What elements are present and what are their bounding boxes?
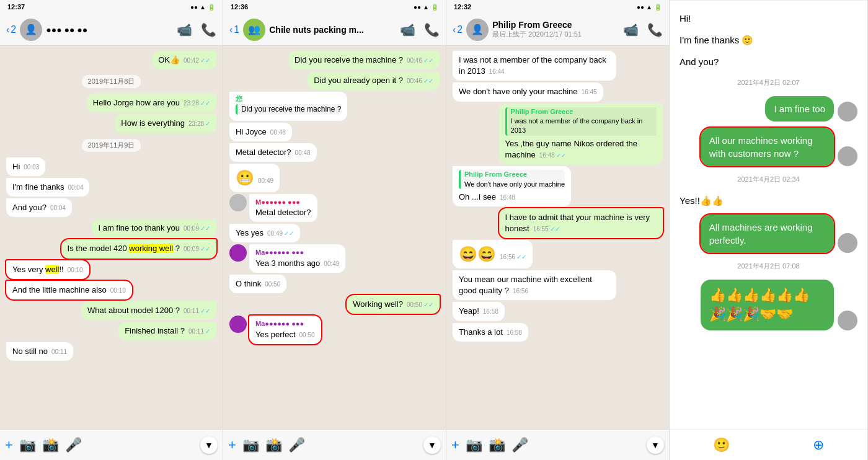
message-bubble: Finished install ?00:11✓ <box>118 322 216 340</box>
message-row: O think00:50 <box>229 275 440 293</box>
video-icon-2[interactable]: 📹 <box>400 22 415 37</box>
mic-button-3[interactable]: 🎤 <box>512 437 528 453</box>
message-check: ✓✓ <box>200 100 210 107</box>
video-icon-3[interactable]: 📹 <box>623 22 639 37</box>
header-actions-3: 📹 📞 <box>623 22 663 37</box>
message-time: 00:50 <box>407 301 422 308</box>
message-time: 16:45 <box>582 89 597 95</box>
message-row: Ma●●●●●● ●●●Yes perfect00:50 <box>229 316 440 344</box>
message-row: All our machines working with customers … <box>680 128 857 166</box>
header-info-2: Chile nuts packing m... <box>269 25 396 35</box>
add-button-1[interactable]: + <box>5 437 13 453</box>
call-icon-1[interactable]: 📞 <box>201 22 216 37</box>
message-bubble: Did you already open it ?00:46✓✓ <box>308 71 440 90</box>
date-divider: 2019年11月8日 <box>82 75 141 88</box>
avatar-small <box>838 233 857 253</box>
date-divider: 2021年4月2日 07:08 <box>680 262 857 271</box>
message-text: Oh ...I see <box>459 192 496 201</box>
message-time: 00:04 <box>68 184 83 191</box>
message-text: 😄😄 <box>459 245 496 262</box>
message-time: 00:46 <box>407 57 422 64</box>
message-bubble: And you? <box>680 54 719 69</box>
avatar-1: 👤 <box>20 19 42 41</box>
scroll-down-1[interactable]: ▼ <box>200 436 218 454</box>
photo-button-3[interactable]: 📸 <box>489 437 505 453</box>
photo-button-2[interactable]: 📸 <box>265 437 282 453</box>
message-row: All machines are working perfectly. <box>680 215 857 253</box>
quoted-text: We don't have only your machine <box>464 180 565 189</box>
message-bubble: Yes!!👍👍 <box>680 193 724 208</box>
message-text: Metal detector? <box>236 148 291 157</box>
message-time: 00:42 <box>184 57 199 64</box>
message-row: I'm fine thanks00:04 <box>6 178 216 197</box>
message-time: 00:04 <box>50 205 66 211</box>
back-button-3[interactable]: ‹ 2 <box>453 24 463 35</box>
message-row: Ma●●●●●● ●●●Yea 3 months ago00:49 <box>229 244 440 273</box>
message-row: 您Did you receive the machine ? <box>229 92 440 120</box>
message-row: Working well?00:50✓✓ <box>229 295 440 314</box>
message-bubble: All our machines working with customers … <box>701 128 834 166</box>
call-icon-2[interactable]: 📞 <box>424 22 440 37</box>
message-time: 16:58 <box>483 308 498 315</box>
message-time: 00:11 <box>184 307 199 314</box>
message-text: Yes perfect <box>255 330 296 339</box>
message-row: M●●●●●● ●●●Metal detector? <box>229 194 440 223</box>
message-bubble: Working well?00:50✓✓ <box>347 295 440 314</box>
call-icon-3[interactable]: 📞 <box>647 22 663 37</box>
back-button-2[interactable]: ‹ 1 <box>229 24 239 35</box>
message-bubble: No still no00:11 <box>6 342 73 361</box>
message-text: Yea 3 months ago <box>255 259 320 268</box>
message-time: 16:56 <box>513 288 528 294</box>
quoted-message: Philip From GreeceI was not a member of … <box>505 107 657 136</box>
chat-bottom-1: + 📷 📸 🎤 ▼ <box>0 429 223 460</box>
message-text: 😬 <box>236 169 254 186</box>
message-check: ✓✓ <box>423 57 433 64</box>
camera-button-2[interactable]: 📷 <box>242 437 259 453</box>
message-row: I was not a member of the company back i… <box>453 51 663 81</box>
message-bubble: Philip From GreeceWe don't have only you… <box>453 166 571 206</box>
mic-button-1[interactable]: 🎤 <box>65 437 82 453</box>
add-button-4[interactable]: ⊕ <box>813 437 824 453</box>
add-button-3[interactable]: + <box>451 437 459 453</box>
message-check: ✓✓ <box>556 152 566 159</box>
quoted-message: Philip From GreeceWe don't have only you… <box>459 170 565 189</box>
time-1: 12:37 <box>7 3 25 11</box>
back-button-1[interactable]: ‹ 2 <box>6 24 16 35</box>
message-text: Metal detector? <box>255 208 311 217</box>
video-icon-1[interactable]: 📹 <box>177 22 192 37</box>
message-bubble: Ma●●●●●● ●●●Yea 3 months ago00:49 <box>249 244 345 273</box>
mic-button-2[interactable]: 🎤 <box>288 437 305 453</box>
time-3: 12:32 <box>454 3 471 11</box>
photo-button-1[interactable]: 📸 <box>42 437 59 453</box>
message-row: No still no00:11 <box>6 342 216 361</box>
message-check: ✓ <box>205 328 210 335</box>
message-text: Hi Joyce <box>236 127 267 136</box>
message-row: Yes yes00:49✓✓ <box>229 224 440 242</box>
avatar-small <box>838 311 857 330</box>
message-check: ✓✓ <box>516 254 526 260</box>
message-time: 16:48 <box>500 194 515 201</box>
message-bubble: We don't have only your machine16:45 <box>453 82 603 101</box>
emoji-button-4[interactable]: 🙂 <box>713 437 730 453</box>
scroll-down-3[interactable]: ▼ <box>647 436 664 454</box>
header-info-1: ●●● ●● ●● <box>46 25 173 35</box>
scroll-down-2[interactable]: ▼ <box>423 436 441 454</box>
chat-body-3: I was not a member of the company back i… <box>446 46 669 429</box>
add-button-2[interactable]: + <box>228 437 236 453</box>
message-bubble: 您Did you receive the machine ? <box>229 92 347 120</box>
message-time: 16:48 <box>539 152 555 159</box>
message-time: 00:48 <box>270 129 286 136</box>
avatar-small <box>838 102 857 122</box>
message-bubble: Hi00:03 <box>6 157 45 176</box>
camera-button-3[interactable]: 📷 <box>466 437 482 453</box>
message-bubble: Hello Jorge how are you23:28✓✓ <box>87 94 216 112</box>
chat-header-2: ‹ 1 👥 Chile nuts packing m... 📹 📞 <box>223 14 446 46</box>
chat-body-4: Hi!I'm fine thanks 🙂And you?2021年4月2日 02… <box>670 1 867 429</box>
camera-button-1[interactable]: 📷 <box>19 437 36 453</box>
message-text: I was not a member of the company back i… <box>459 55 606 76</box>
sender-name: M●●●●●● ●●● <box>255 198 311 207</box>
message-bubble: Philip From GreeceI was not a member of … <box>499 104 663 165</box>
chat-panel-1: 12:37 ●● ▲ 🔋 ‹ 2 👤 ●●● ●● ●● 📹 📞 OK👍00:4… <box>0 0 223 460</box>
chat-bottom-4: 🙂 ⊕ <box>670 429 867 460</box>
status-bar-3: 12:32 ●● ▲ 🔋 <box>446 0 669 14</box>
